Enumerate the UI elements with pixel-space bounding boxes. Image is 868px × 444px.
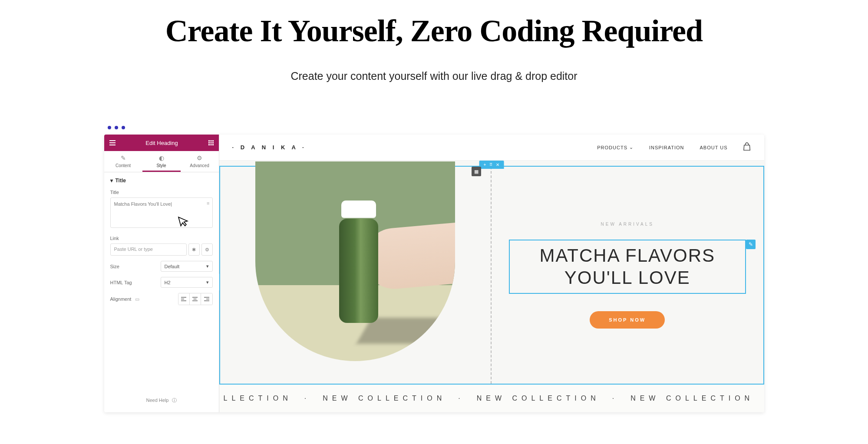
editor-sidebar: Edit Heading ✎ Content ◐ Style ⚙ Advance… — [104, 135, 219, 412]
chevron-down-icon: ⌄ — [629, 145, 634, 150]
help-icon: ⓘ — [172, 398, 177, 403]
svg-rect-6 — [208, 144, 210, 145]
marquee-strip: LLECTION · NEW COLLECTION · NEW COLLECTI… — [219, 385, 764, 412]
site-nav: PRODUCTS ⌄ INSPIRATION ABOUT US — [597, 142, 751, 153]
html-tag-label: HTML Tag — [110, 280, 132, 285]
heading-widget-selected[interactable]: MATCHA FLAVORS YOU'LL LOVE ✎ — [509, 240, 746, 294]
shopping-bag-icon[interactable] — [743, 142, 751, 153]
tab-style-label: Style — [156, 163, 166, 168]
sidebar-panel: ▾ Title Title Matcha Flavors You'll Love… — [104, 172, 219, 316]
sidebar-title: Edit Heading — [116, 140, 208, 146]
close-icon[interactable]: ✕ — [496, 162, 499, 167]
link-options-button[interactable]: ⚙ — [201, 243, 213, 256]
gear-icon: ⚙ — [181, 155, 219, 161]
need-help-link[interactable]: Need Help ⓘ — [104, 388, 219, 412]
page-title: Create It Yourself, Zero Coding Required — [0, 13, 868, 49]
hamburger-icon[interactable] — [109, 140, 116, 145]
heading-text: MATCHA FLAVORS YOU'LL LOVE — [523, 245, 732, 289]
editor-demo-wrap: Edit Heading ✎ Content ◐ Style ⚙ Advance… — [104, 126, 764, 412]
nav-about[interactable]: ABOUT US — [700, 145, 727, 150]
nav-products[interactable]: PRODUCTS ⌄ — [597, 145, 634, 150]
size-select[interactable]: Default ▾ — [161, 261, 213, 272]
tab-advanced-label: Advanced — [190, 163, 209, 168]
plus-icon[interactable]: + — [484, 162, 486, 167]
alignment-buttons — [178, 293, 213, 305]
tab-advanced[interactable]: ⚙ Advanced — [181, 151, 219, 172]
caret-down-icon: ▾ — [110, 178, 113, 184]
svg-rect-5 — [212, 142, 214, 144]
svg-rect-3 — [208, 142, 210, 144]
eyebrow-text: NEW ARRIVALS — [601, 222, 654, 227]
title-textarea[interactable]: Matcha Flavors You'll Love| ≡ — [110, 197, 213, 228]
page-subtitle: Create your content yourself with our li… — [0, 70, 868, 82]
contrast-icon: ◐ — [142, 155, 181, 161]
dynamic-tags-icon[interactable]: ≡ — [207, 201, 209, 206]
chevron-down-icon: ▾ — [206, 263, 209, 269]
link-field-label: Link — [110, 236, 213, 241]
sidebar-tabs: ✎ Content ◐ Style ⚙ Advanced — [104, 151, 219, 172]
canvas-column-right[interactable]: NEW ARRIVALS MATCHA FLAVORS YOU'LL LOVE … — [492, 167, 763, 384]
section-header-title[interactable]: ▾ Title — [110, 178, 213, 184]
html-tag-select[interactable]: H2 ▾ — [161, 277, 213, 288]
edit-widget-icon[interactable]: ✎ — [746, 240, 756, 249]
site-header: · D A N I K A · PRODUCTS ⌄ INSPIRATION A… — [219, 135, 764, 161]
grid-icon[interactable] — [208, 140, 214, 145]
shop-now-button[interactable]: SHOP NOW — [590, 311, 665, 329]
preview-canvas: · D A N I K A · PRODUCTS ⌄ INSPIRATION A… — [219, 135, 764, 412]
canvas-section[interactable]: NEW ARRIVALS MATCHA FLAVORS YOU'LL LOVE … — [219, 166, 764, 385]
tab-style[interactable]: ◐ Style — [142, 151, 181, 172]
svg-rect-2 — [212, 140, 214, 141]
svg-rect-4 — [210, 142, 211, 144]
window-traffic-lights — [108, 126, 764, 129]
alignment-label: Alignment ▭ — [110, 296, 140, 302]
site-brand[interactable]: · D A N I K A · — [232, 144, 307, 151]
canvas-column-left[interactable] — [220, 167, 492, 384]
sidebar-header: Edit Heading — [104, 135, 219, 151]
tab-content[interactable]: ✎ Content — [104, 151, 142, 172]
tab-content-label: Content — [116, 163, 131, 168]
align-left-button[interactable] — [178, 293, 190, 305]
svg-rect-0 — [208, 140, 210, 141]
section-toolbar[interactable]: + ⠿ ✕ — [479, 161, 504, 169]
editor-frame: Edit Heading ✎ Content ◐ Style ⚙ Advance… — [104, 135, 764, 412]
responsive-icon: ▭ — [135, 296, 139, 302]
drag-icon[interactable]: ⠿ — [489, 162, 492, 167]
title-value: Matcha Flavors You'll Love| — [114, 201, 172, 207]
align-right-button[interactable] — [201, 293, 212, 305]
link-input[interactable]: Paste URL or type — [110, 243, 187, 256]
svg-rect-7 — [210, 144, 211, 145]
align-center-button[interactable] — [190, 293, 201, 305]
product-image-placeholder — [255, 161, 455, 361]
size-label: Size — [110, 264, 119, 269]
column-handle-icon[interactable]: ▦ — [472, 167, 481, 176]
nav-inspiration[interactable]: INSPIRATION — [649, 145, 684, 150]
svg-rect-1 — [210, 140, 211, 141]
title-field-label: Title — [110, 190, 213, 195]
chevron-down-icon: ▾ — [206, 280, 209, 285]
svg-rect-8 — [212, 144, 214, 145]
link-dynamic-button[interactable]: ✱ — [188, 243, 200, 256]
hero-section: Create It Yourself, Zero Coding Required… — [0, 0, 868, 82]
pencil-icon: ✎ — [104, 155, 142, 161]
